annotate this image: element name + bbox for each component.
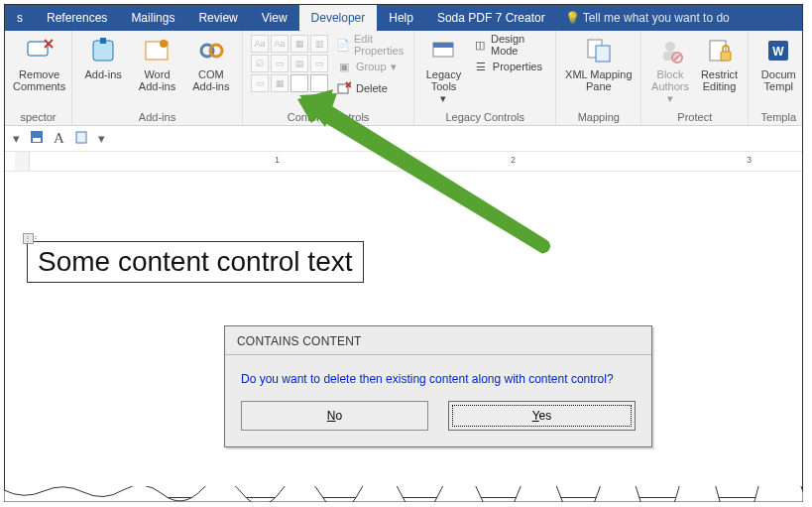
word-addins-label: Word Add-ins — [134, 68, 179, 92]
svg-text:W: W — [773, 45, 785, 59]
group-label-legacy: Legacy Controls — [422, 109, 547, 123]
restrict-editing-label: Restrict Editing — [699, 68, 741, 92]
group-button[interactable]: ▣ Group ▾ — [336, 57, 406, 76]
group-label-template: Templa — [756, 109, 800, 123]
word-addins-button[interactable]: Word Add-ins — [134, 35, 179, 92]
svg-rect-25 — [33, 138, 41, 142]
lightbulb-icon: 💡 — [565, 11, 579, 25]
com-addins-icon — [195, 35, 227, 66]
svg-rect-21 — [721, 52, 731, 61]
delete-label: Delete — [356, 82, 388, 94]
xml-mapping-icon — [583, 35, 615, 66]
qat-dropdown-icon[interactable]: ▾ — [98, 131, 105, 146]
document-template-button[interactable]: W Docum Templ — [756, 35, 800, 92]
qat-save-icon[interactable] — [30, 130, 44, 147]
addins-label: Add-ins — [85, 68, 122, 80]
svg-point-6 — [160, 40, 168, 48]
block-authors-icon — [654, 35, 686, 66]
dialog-message: Do you want to delete then existing cont… — [225, 355, 651, 401]
svg-rect-15 — [596, 46, 610, 62]
group-label-mapping: Mapping — [564, 109, 633, 123]
remove-comments-label: Remove Comments — [13, 68, 65, 92]
tab-fragment[interactable]: s — [5, 5, 35, 31]
properties-label: Properties — [493, 61, 542, 72]
word-template-icon: W — [762, 35, 794, 66]
svg-rect-0 — [28, 42, 48, 56]
svg-rect-13 — [433, 43, 453, 48]
quick-access-toolbar: ▾ A ▾ — [5, 126, 802, 152]
addins-button[interactable]: Add-ins — [80, 35, 126, 80]
content-control-box[interactable]: Some content control text — [27, 241, 364, 283]
chevron-down-icon: ▾ — [667, 92, 673, 104]
svg-rect-26 — [76, 132, 86, 143]
properties-list-icon: ☰ — [473, 59, 489, 74]
design-mode-label: Design Mode — [491, 33, 547, 57]
legacy-tools-button[interactable]: Legacy Tools▾ — [422, 35, 465, 104]
tell-me-label: Tell me what you want to do — [583, 11, 730, 25]
legacy-tools-icon — [427, 35, 459, 66]
chevron-down-icon: ▾ — [440, 92, 446, 104]
tell-me-search[interactable]: 💡 Tell me what you want to do — [565, 5, 730, 31]
tab-developer[interactable]: Developer — [299, 5, 378, 31]
dialog-yes-button[interactable]: Yes — [448, 401, 636, 431]
properties-button[interactable]: ☰ Properties — [473, 57, 547, 76]
restrict-editing-button[interactable]: Restrict Editing — [699, 35, 741, 92]
tab-help[interactable]: Help — [377, 5, 425, 31]
dialog-title: CONTAINS CONTENT — [225, 326, 651, 355]
edit-properties-label: Edit Properties — [354, 33, 406, 57]
legacy-tools-label: Legacy Tools — [422, 68, 465, 92]
xml-mapping-button[interactable]: XML Mapping Pane — [564, 35, 633, 92]
confirm-dialog: CONTAINS CONTENT Do you want to delete t… — [224, 325, 652, 447]
ribbon-tabs: s References Mailings Review View Develo… — [5, 5, 802, 31]
chevron-down-icon: ▾ — [391, 61, 397, 73]
svg-point-16 — [665, 42, 675, 52]
group-label-spector: spector — [13, 109, 63, 123]
block-authors-button[interactable]: Block Authors▾ — [649, 35, 691, 104]
qat-letter[interactable]: A — [54, 130, 64, 147]
tab-review[interactable]: Review — [186, 5, 249, 31]
group-label-addins: Add-ins — [80, 109, 234, 123]
tab-view[interactable]: View — [250, 5, 299, 31]
restrict-editing-icon — [704, 35, 736, 66]
svg-rect-4 — [100, 38, 106, 44]
content-control-handle[interactable]: ⋮⋮ — [23, 233, 34, 244]
com-addins-label: COM Add-ins — [188, 68, 234, 92]
dialog-no-button[interactable]: No — [241, 401, 428, 431]
xml-mapping-label: XML Mapping Pane — [564, 68, 633, 92]
com-addins-button[interactable]: COM Add-ins — [188, 35, 234, 92]
ruler-mark: 3 — [747, 155, 752, 165]
remove-comments-button[interactable]: Remove Comments — [13, 35, 65, 92]
tab-mailings[interactable]: Mailings — [119, 5, 186, 31]
block-authors-label: Block Authors — [649, 68, 691, 92]
qat-paste-icon[interactable] — [74, 130, 88, 147]
addins-icon — [87, 35, 119, 66]
group-icon: ▣ — [336, 59, 352, 74]
ruler-mark: 2 — [511, 155, 516, 165]
group-label-cc: Content Controls — [251, 109, 406, 123]
group-label-protect: Protect — [649, 109, 740, 123]
torn-edge-decoration — [4, 486, 803, 502]
delete-icon — [336, 80, 352, 96]
horizontal-ruler[interactable]: 1 2 3 — [5, 152, 802, 172]
ruler-mark: 1 — [275, 155, 280, 165]
delete-button[interactable]: Delete — [336, 78, 406, 98]
group-btn-label: Group — [356, 61, 387, 72]
ribbon: Remove Comments spector Add-ins Word Add… — [5, 31, 802, 126]
content-control-text[interactable]: Some content control text — [38, 246, 353, 277]
remove-comments-icon — [24, 35, 56, 66]
design-mode-icon: ◫ — [473, 37, 487, 53]
content-control-gallery[interactable]: AaAa▦▥ ☑▭▤▭ ▭▦ — [251, 35, 328, 92]
properties-icon: 📄 — [336, 37, 350, 53]
tab-references[interactable]: References — [35, 5, 119, 31]
tab-sodapdf[interactable]: Soda PDF 7 Creator — [425, 5, 557, 31]
word-addins-icon — [141, 35, 173, 66]
design-mode-button[interactable]: ◫ Design Mode — [473, 35, 547, 55]
qat-chevron-icon[interactable]: ▾ — [13, 131, 20, 146]
edit-properties-button[interactable]: 📄 Edit Properties — [336, 35, 406, 55]
document-template-label: Docum Templ — [756, 68, 800, 92]
